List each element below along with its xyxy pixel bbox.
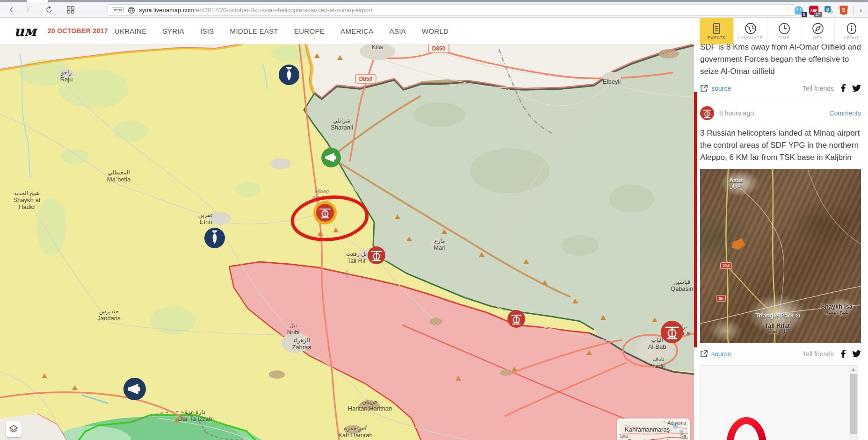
site-navbar: uм 20 OCTOBER 2017 UKRAINESYRIAISISMIDDL… [0, 18, 868, 44]
ghostery-badge: 8 [802, 12, 807, 17]
inset-bottom-label: OsmaniyeGaziantep [628, 438, 674, 440]
bomb-event-marker[interactable] [204, 228, 225, 248]
url-bar[interactable]: VPN syria.liveuamap.com/en/2017/20-octob… [108, 4, 795, 16]
tool-events[interactable]: EVENTS [700, 18, 733, 44]
map-label-ma-betla: Ma`betla [107, 176, 131, 183]
nav-item-europe[interactable]: EUROPE [294, 27, 325, 35]
map-label-minaq: Minaq [315, 188, 329, 194]
vpn-badge[interactable]: VPN [112, 7, 124, 13]
nav-item-isis[interactable]: ISIS [200, 27, 214, 35]
heli-event-marker[interactable] [661, 321, 683, 343]
twitter-icon[interactable] [852, 350, 861, 358]
tool-key[interactable]: KEY [801, 18, 834, 44]
ghostery-extension-icon[interactable]: 8 [794, 5, 804, 15]
road-badge: D850 [428, 44, 449, 53]
twitter-icon[interactable] [852, 85, 861, 92]
sidebar-toggle-icon[interactable]: ◖ [859, 7, 863, 14]
liveuamap-logo[interactable]: uм [14, 23, 42, 39]
map-label-ar: قباسين [673, 279, 690, 286]
adblock-badge: 17 [814, 12, 822, 17]
overview-inset-map[interactable]: Kahramanmaraş OsmaniyeGaziantep ana Şa A… [617, 418, 690, 440]
helicopter-event-icon [700, 106, 714, 120]
map-layers-button[interactable] [6, 421, 22, 437]
forward-button[interactable] [20, 4, 36, 16]
reload-button[interactable] [41, 4, 57, 16]
ad-scrollbar[interactable]: ▲ [849, 366, 857, 440]
scroll-up-arrow[interactable]: ▲ [849, 366, 857, 373]
map-label-shaykh-al: Shaykh al [13, 196, 40, 203]
heli-event-marker[interactable] [507, 310, 525, 328]
map-label-ar: دارة عزة [185, 409, 205, 416]
event-text: 3 Russian helicopters landed at Minaq ai… [700, 127, 861, 164]
event-time: 8 hours ago [719, 109, 754, 117]
inset-left-label: ana [620, 433, 628, 439]
nav-tools: EVENTSLANGUAGETIMEKEYABOUT [700, 18, 868, 44]
map-label-haritan-harithan: Haritan;Harithan [348, 405, 392, 412]
translate-extension-icon[interactable]: aあ [824, 5, 834, 15]
map-label-nubl: Nubl [287, 329, 300, 336]
map-label-al-bab: Al-Bab [648, 343, 666, 350]
nav-item-america[interactable]: AMERICA [340, 27, 373, 35]
map-label-ar: نبل [289, 322, 297, 329]
tool-label: ABOUT [844, 36, 859, 40]
ad-block[interactable]: ▲ [700, 365, 858, 440]
map-label-kafr-hamrah: Kafr Hamrah [338, 432, 373, 439]
map-canvas[interactable]: راجوRajuKilisElbeyliشرانليSharanliالمعبط… [0, 44, 694, 440]
facebook-icon[interactable] [840, 84, 846, 92]
inset-right-label: Şa [680, 433, 687, 439]
adblock-extension-icon[interactable]: ABP 17 [809, 5, 819, 15]
map-label-efrin: Efrin [200, 218, 212, 225]
map-label-kilis: Kilis [372, 44, 383, 50]
html5-extension-icon[interactable]: 5 [839, 5, 849, 15]
event-satellite-image[interactable]: AzazاعزازTriangle Park ⊙Tall Rifatتل رفع… [700, 169, 861, 343]
nav-item-world[interactable]: WORLD [422, 27, 448, 35]
heli-event-marker[interactable] [368, 246, 385, 264]
event-item[interactable]: SDF is 8 Kms away from Al-Omar Oilfield … [700, 44, 862, 99]
tool-label: TIME [779, 36, 789, 40]
map-label-ar: الباب [651, 337, 663, 343]
back-button[interactable] [4, 4, 20, 16]
tool-language[interactable]: LANGUAGE [733, 18, 767, 44]
map-label-raju: Raju [60, 76, 73, 83]
url-host: syria.liveuamap.com [139, 7, 195, 14]
speed-dial-button[interactable] [63, 4, 79, 16]
nav-item-asia[interactable]: ASIA [390, 27, 406, 35]
tool-time[interactable]: TIME [767, 18, 801, 44]
map-label-zahraa: Zahraa [292, 344, 311, 351]
scroll-thumb[interactable] [850, 374, 857, 434]
nav-item-middle-east[interactable]: MIDDLE EAST [230, 27, 278, 35]
map-label-ar: نادف [653, 356, 665, 362]
events-sidebar: SDF is 8 Kms away from Al-Omar Oilfield … [694, 44, 868, 440]
map-label-ar: حريتان [362, 398, 377, 405]
svg-text:D850: D850 [432, 45, 446, 52]
current-date[interactable]: 20 OCTOBER 2017 [48, 27, 108, 35]
bookmark-heart-icon[interactable]: ♡ [785, 6, 791, 14]
external-link-icon [700, 84, 708, 92]
url-path: /en/2017/20-october-3-russian-helicopter… [194, 7, 372, 14]
bomb-event-marker[interactable] [279, 65, 299, 85]
nav-item-syria[interactable]: SYRIA [163, 27, 185, 35]
map-label-qabasin: Qabasin [671, 285, 693, 292]
facebook-icon[interactable] [840, 350, 846, 358]
url-text[interactable]: syria.liveuamap.com/en/2017/20-october-3… [139, 7, 785, 14]
mega-event-marker[interactable] [321, 148, 341, 167]
map-label-dar-ta-izzah: Dar Ta`izzah [178, 415, 212, 422]
mega-event-marker[interactable] [123, 378, 146, 400]
heli-event-marker[interactable] [313, 201, 337, 224]
comments-link[interactable]: Comments [829, 109, 861, 117]
source-link[interactable]: source [711, 85, 731, 92]
nav-item-ukraine[interactable]: UKRAINE [115, 27, 147, 35]
map-label-ar: المعبطلي [108, 169, 130, 176]
satellite-road-badge: 65 [717, 296, 725, 301]
event-item-selected[interactable]: 8 hours ago Comments 3 Russian helicopte… [700, 99, 862, 440]
map-label-ar: جنديرس [99, 308, 119, 315]
map-label-ar: شرانلي [333, 117, 350, 124]
inset-title: Kahramanmaraş [625, 426, 670, 433]
map-label-tadif: Tadif [652, 362, 665, 369]
extensions-area: 8 ABP 17 aあ 5 ◖ [794, 3, 863, 17]
satellite-label: Triangle Park ⊙ [755, 312, 800, 319]
source-link[interactable]: source [711, 350, 731, 358]
tool-about[interactable]: ABOUT [834, 18, 868, 44]
toolbar-separator [854, 5, 854, 15]
external-link-icon [700, 350, 708, 358]
